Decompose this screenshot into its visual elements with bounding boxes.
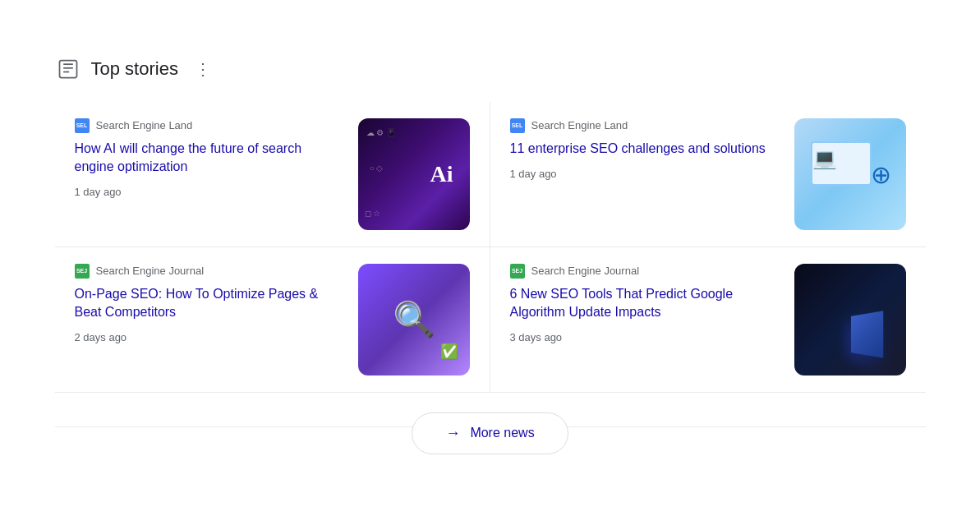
story-time-3: 2 days ago	[75, 331, 345, 343]
more-news-label: More news	[470, 426, 534, 440]
story-card-3[interactable]: SEJ Search Engine Journal On-Page SEO: H…	[55, 247, 490, 393]
more-options-button[interactable]: ⋮	[195, 61, 211, 77]
story-content-1: SEL Search Engine Land How AI will chang…	[75, 118, 345, 199]
story-time-2: 1 day ago	[510, 168, 781, 180]
source-name-3: Search Engine Journal	[96, 265, 205, 277]
newspaper-icon	[55, 56, 81, 82]
stories-grid: SEL Search Engine Land How AI will chang…	[55, 102, 926, 393]
section-header: Top stories ⋮	[55, 56, 926, 82]
source-row-3: SEJ Search Engine Journal	[75, 264, 345, 279]
story-card-4[interactable]: SEJ Search Engine Journal 6 New SEO Tool…	[490, 247, 926, 393]
story-image-4	[794, 264, 906, 375]
svg-rect-0	[59, 60, 76, 77]
story-image-2: 💻	[794, 118, 906, 230]
story-card-2[interactable]: SEL Search Engine Land 11 enterprise SEO…	[490, 102, 926, 247]
section-title: Top stories	[91, 58, 178, 80]
story-image-1: ☁ ⚙ 📱 ○ ◇ ◻ ☆	[358, 118, 470, 230]
source-logo-4: SEJ	[510, 264, 525, 279]
source-logo-2: SEL	[510, 118, 525, 133]
story-title-4[interactable]: 6 New SEO Tools That Predict Google Algo…	[510, 285, 781, 322]
story-content-4: SEJ Search Engine Journal 6 New SEO Tool…	[510, 264, 781, 344]
source-row-1: SEL Search Engine Land	[75, 118, 345, 133]
source-logo-1: SEL	[75, 118, 90, 133]
story-image-3: 🔍 ✅	[358, 264, 470, 375]
story-title-3[interactable]: On-Page SEO: How To Optimize Pages & Bea…	[75, 285, 345, 322]
top-stories-container: Top stories ⋮ SEL Search Engine Land How…	[55, 39, 926, 477]
source-name-2: Search Engine Land	[531, 119, 628, 131]
more-news-row: → More news	[55, 393, 926, 461]
story-card-1[interactable]: SEL Search Engine Land How AI will chang…	[55, 102, 490, 247]
source-name-1: Search Engine Land	[96, 119, 193, 131]
story-content-2: SEL Search Engine Land 11 enterprise SEO…	[510, 118, 781, 180]
story-title-1[interactable]: How AI will change the future of search …	[75, 140, 345, 177]
source-row-2: SEL Search Engine Land	[510, 118, 781, 133]
story-time-1: 1 day ago	[75, 186, 345, 198]
story-content-3: SEJ Search Engine Journal On-Page SEO: H…	[75, 264, 345, 344]
story-title-2[interactable]: 11 enterprise SEO challenges and solutio…	[510, 140, 781, 158]
story-time-4: 3 days ago	[510, 331, 781, 343]
source-row-4: SEJ Search Engine Journal	[510, 264, 781, 279]
source-logo-3: SEJ	[75, 264, 90, 279]
more-news-button[interactable]: → More news	[412, 412, 568, 454]
source-name-4: Search Engine Journal	[531, 265, 640, 277]
arrow-icon: →	[445, 425, 460, 442]
